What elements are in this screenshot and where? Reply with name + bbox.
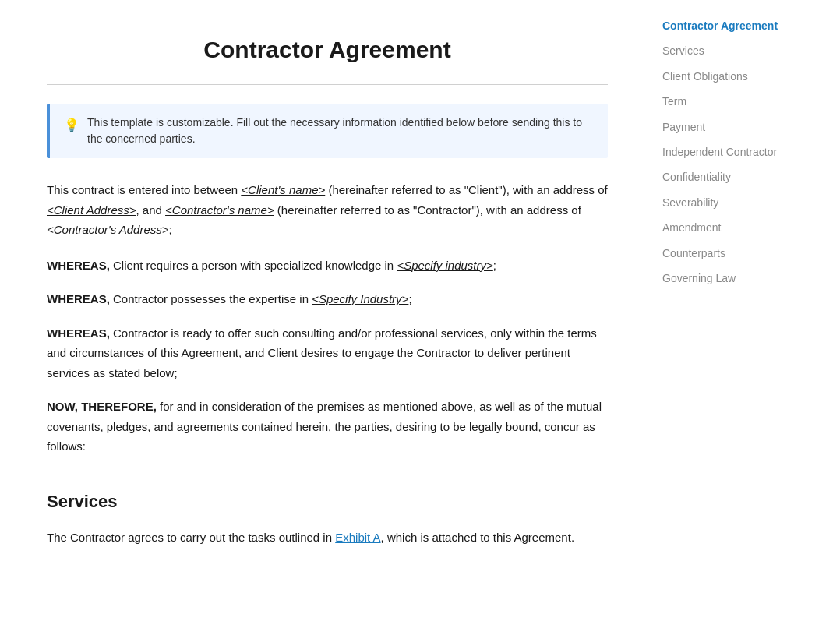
sidebar-item-severability[interactable]: Severability — [662, 192, 795, 213]
sidebar-link-2[interactable]: Client Obligations — [662, 66, 795, 86]
intro-paragraph: This contract is entered into between <C… — [47, 180, 608, 240]
specify-industry-2-link[interactable]: <Specify Industry> — [312, 292, 408, 305]
sidebar-link-6[interactable]: Confidentiality — [662, 167, 795, 187]
services-text-before: The Contractor agrees to carry out the t… — [47, 531, 335, 544]
sidebar-link-4[interactable]: Payment — [662, 117, 795, 137]
whereas-2-label: WHEREAS, — [47, 292, 110, 305]
sidebar-link-7[interactable]: Severability — [662, 192, 795, 213]
sidebar-link-3[interactable]: Term — [662, 91, 795, 111]
whereas-2-text-before: Contractor possesses the expertise in — [110, 292, 312, 305]
sidebar-nav: Contractor AgreementServicesClient Oblig… — [662, 16, 795, 288]
lightbulb-icon: 💡 — [64, 115, 79, 136]
main-content: Contractor Agreement 💡 This template is … — [0, 0, 655, 621]
sidebar-link-0[interactable]: Contractor Agreement — [662, 16, 795, 36]
whereas-1-label: WHEREAS, — [47, 259, 110, 272]
sidebar-item-services[interactable]: Services — [662, 41, 795, 61]
contractor-name-link[interactable]: <Contractor's name> — [165, 203, 274, 217]
whereas-1-text-before: Client requires a person with specialize… — [110, 259, 397, 272]
sidebar-link-9[interactable]: Counterparts — [662, 243, 795, 263]
whereas-1: WHEREAS, Client requires a person with s… — [47, 256, 608, 276]
client-address-link[interactable]: <Client Address> — [47, 203, 136, 217]
sidebar-link-10[interactable]: Governing Law — [662, 268, 795, 288]
sidebar-item-contractor-agreement[interactable]: Contractor Agreement — [662, 16, 795, 36]
divider — [47, 84, 608, 85]
sidebar-item-counterparts[interactable]: Counterparts — [662, 243, 795, 263]
sidebar-link-8[interactable]: Amendment — [662, 217, 795, 238]
now-therefore: NOW, THEREFORE, for and in consideration… — [47, 397, 608, 457]
intro-text-middle3: (hereinafter referred to as "Contractor"… — [274, 203, 581, 217]
intro-text-end: ; — [169, 223, 172, 236]
sidebar-link-5[interactable]: Independent Contractor — [662, 142, 795, 162]
sidebar-item-payment[interactable]: Payment — [662, 117, 795, 137]
sidebar-item-independent-contractor[interactable]: Independent Contractor — [662, 142, 795, 162]
whereas-3-label: WHEREAS, — [47, 326, 110, 340]
page-wrapper: Contractor Agreement 💡 This template is … — [0, 0, 840, 621]
page-title: Contractor Agreement — [47, 31, 608, 69]
sidebar: Contractor AgreementServicesClient Oblig… — [655, 0, 810, 621]
sidebar-item-governing-law[interactable]: Governing Law — [662, 268, 795, 288]
client-name-link[interactable]: <Client's name> — [241, 183, 325, 196]
now-therefore-label: NOW, THEREFORE, — [47, 400, 157, 413]
info-box: 💡 This template is customizable. Fill ou… — [47, 104, 608, 158]
intro-text-middle2: , and — [136, 203, 166, 217]
whereas-3: WHEREAS, Contractor is ready to offer su… — [47, 323, 608, 383]
exhibit-a-link[interactable]: Exhibit A — [335, 531, 380, 544]
sidebar-item-confidentiality[interactable]: Confidentiality — [662, 167, 795, 187]
services-text: The Contractor agrees to carry out the t… — [47, 527, 608, 548]
services-heading: Services — [47, 488, 608, 515]
whereas-2: WHEREAS, Contractor possesses the expert… — [47, 289, 608, 309]
specify-industry-1-link[interactable]: <Specify industry> — [397, 259, 492, 272]
sidebar-item-client-obligations[interactable]: Client Obligations — [662, 66, 795, 86]
sidebar-item-amendment[interactable]: Amendment — [662, 217, 795, 238]
intro-text-before: This contract is entered into between — [47, 183, 241, 196]
whereas-3-text: Contractor is ready to offer such consul… — [47, 326, 597, 379]
info-box-text: This template is customizable. Fill out … — [87, 115, 594, 147]
sidebar-link-1[interactable]: Services — [662, 41, 795, 61]
whereas-2-text-after: ; — [408, 292, 411, 305]
contractor-address-link[interactable]: <Contractor's Address> — [47, 223, 169, 236]
sidebar-item-term[interactable]: Term — [662, 91, 795, 111]
intro-text-middle1: (hereinafter referred to as "Client"), w… — [325, 183, 607, 196]
whereas-1-text-after: ; — [493, 259, 496, 272]
services-text-after: , which is attached to this Agreement. — [381, 531, 574, 544]
